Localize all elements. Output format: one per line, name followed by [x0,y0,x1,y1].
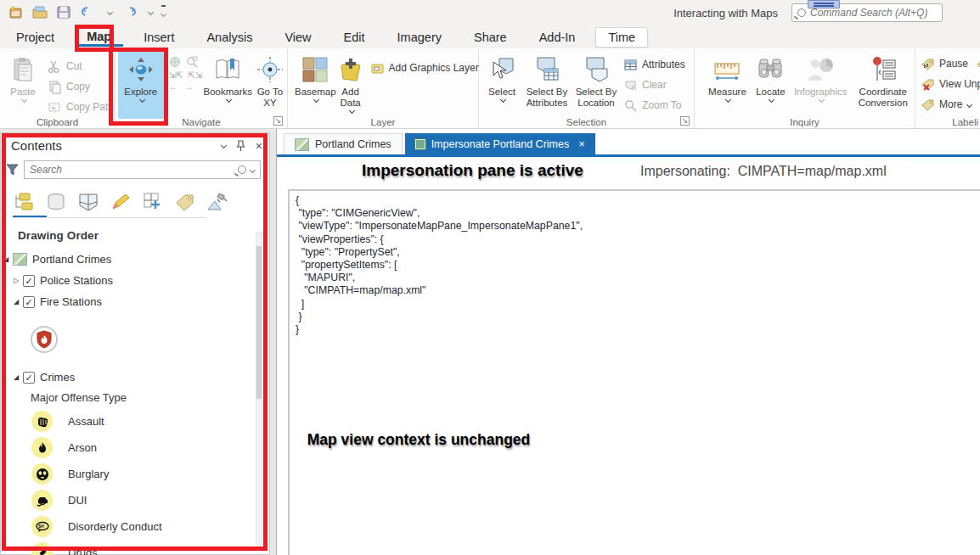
pause-labeling-button[interactable]: Pause [921,53,980,74]
close-pane-icon[interactable]: × [256,139,262,153]
pane-menu-chevron-icon[interactable] [221,143,227,149]
tab-imagery[interactable]: Imagery [386,28,453,47]
add-graphics-layer-button[interactable]: Add Graphics Layer [370,58,479,78]
view-tab-portland-crimes[interactable]: Portland Crimes [284,133,403,154]
map-view-area: Portland Crimes Impersonate Portland Cri… [276,129,980,555]
list-by-data-source-icon[interactable] [45,192,67,212]
tree-item-crimes[interactable]: ◢ ✓ Crimes [1,367,256,388]
group-label-navigate: Navigate [115,117,287,127]
contents-search-box[interactable] [24,160,261,179]
locate-button[interactable]: Locate [752,51,790,119]
legend-item-arson[interactable]: Arson [1,434,256,461]
collapse-icon[interactable]: ◢ [11,298,21,306]
previous-extent-icon[interactable]: ← [169,82,179,92]
layer-checkbox[interactable]: ✓ [23,296,35,308]
fire-stations-symbol[interactable] [30,325,59,354]
view-tab-impersonate-portland-crimes[interactable]: Impersonate Portland Crimes × [405,133,595,154]
fixed-zoom-out-icon[interactable]: ⇱⇲ [188,70,202,80]
add-data-button[interactable]: Add Data [336,51,365,119]
zoom-to-selection-button[interactable]: Zoom To [623,95,685,115]
list-by-drawing-order-icon[interactable] [13,192,35,212]
more-label-icon [921,98,935,112]
expand-icon[interactable]: ▷ [11,277,21,284]
legend-item-burglary[interactable]: Burglary [1,461,256,487]
legend-item-drugs[interactable]: Drugs [1,540,256,555]
tree-item-map[interactable]: ◢ Portland Crimes [1,249,256,270]
tab-view[interactable]: View [273,28,323,47]
collapse-icon[interactable]: ◢ [11,373,21,381]
command-search-box[interactable] [791,3,943,22]
tab-edit[interactable]: Edit [332,28,377,47]
redo-button[interactable] [121,5,138,19]
legend-item-assault[interactable]: Assault [1,408,256,434]
contents-pane-title: Contents [11,138,222,153]
redo-dropdown-chevron[interactable] [148,8,154,14]
zoom-to-selection-icon[interactable] [186,56,198,68]
undo-button[interactable] [80,5,97,19]
paste-button[interactable]: Paste [5,51,41,119]
save-project-icon[interactable] [56,4,71,20]
close-tab-icon[interactable]: × [578,137,585,150]
pin-icon[interactable] [236,140,245,151]
attributes-button[interactable]: Attributes [623,54,685,75]
copy-path-button[interactable]: w Copy Path [48,97,114,117]
svg-text:w: w [51,105,56,110]
tab-map[interactable]: Map [75,27,123,47]
legend-heading: Major Offense Type [1,388,256,408]
paste-icon [8,55,37,84]
next-extent-icon[interactable]: → [184,82,194,92]
copy-button[interactable]: Copy [48,76,114,97]
contents-scrollbar[interactable] [256,232,262,551]
legend-item-disorderly-conduct[interactable]: $#! Disorderly Conduct [1,513,256,540]
tab-share[interactable]: Share [462,28,519,47]
copy-path-icon: w [48,100,62,115]
tree-item-fire-stations[interactable]: ◢ ✓ Fire Stations [1,291,256,312]
svg-text:$#!: $#! [38,524,45,529]
list-by-selection-icon[interactable] [77,192,99,212]
ribbon-group-labeling: Pause View Unpla More Labeli [915,48,980,128]
customize-qat-icon[interactable] [161,5,166,20]
legend-item-dui[interactable]: DUI [1,487,256,513]
new-project-icon[interactable] [8,4,24,20]
select-button[interactable]: Select [482,51,521,119]
cut-button[interactable]: Cut [48,56,114,76]
tab-project[interactable]: Project [4,28,66,47]
layer-checkbox[interactable]: ✓ [23,275,35,287]
arcgis-pro-window: Interacting with Maps Project Map Insert… [0,0,980,555]
tree-item-police-stations[interactable]: ▷ ✓ Police Stations [1,270,256,291]
collapse-icon[interactable]: ◢ [1,255,11,263]
list-by-editing-icon[interactable] [110,192,132,212]
explore-button[interactable]: Explore [118,51,164,119]
full-extent-icon[interactable] [169,56,181,68]
select-by-location-button[interactable]: Select By Location [572,51,620,119]
contents-search-chevron[interactable] [250,166,256,172]
go-to-xy-button[interactable]: Go To XY [253,51,287,119]
clear-selection-button[interactable]: Clear [623,75,685,95]
layer-checkbox[interactable]: ✓ [23,372,35,384]
list-by-snapping-icon[interactable] [142,192,164,212]
filter-icon[interactable] [6,163,19,177]
command-search-input[interactable] [810,7,937,19]
open-project-icon[interactable] [32,4,48,20]
basemap-button[interactable]: Basemap [295,51,336,119]
infographics-button[interactable]: Infographics [790,51,852,119]
list-by-imagery-icon[interactable] [206,192,228,212]
measure-button[interactable]: Measure [703,51,752,119]
list-by-labeling-icon[interactable] [174,192,196,212]
view-unplaced-button[interactable]: View Unpla [921,74,980,94]
select-by-attributes-button[interactable]: Select By Attributes [521,51,572,119]
more-labeling-button[interactable]: More [921,94,980,115]
tab-time[interactable]: Time [595,27,648,48]
tab-add-in[interactable]: Add-In [527,28,588,47]
context-tab-group-label: Interacting with Maps [673,7,778,20]
undo-dropdown-chevron[interactable] [107,8,113,14]
view-unplaced-icon [921,77,935,92]
cim-json-code[interactable]: { "type": "CIMGenericView", "viewType": … [296,194,583,336]
contents-search-input[interactable] [30,164,238,176]
fixed-zoom-in-icon[interactable]: ⇲⇱ [169,70,183,80]
coordinate-conversion-button[interactable]: Coordinate Conversion [852,51,915,119]
bookmarks-button[interactable]: Bookmarks [203,51,253,119]
tab-insert[interactable]: Insert [132,28,186,47]
tab-analysis[interactable]: Analysis [194,28,264,47]
contents-pane: Contents × [0,132,270,555]
